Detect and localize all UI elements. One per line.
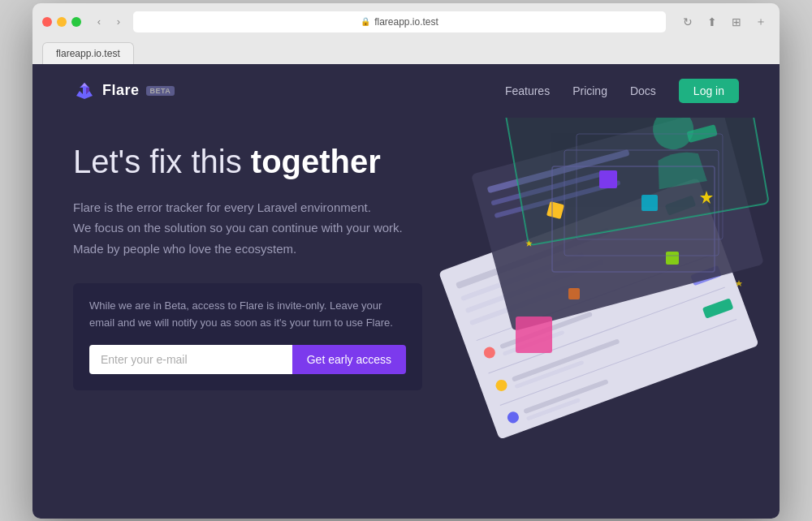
nav-features[interactable]: Features (505, 84, 550, 97)
back-button[interactable]: ‹ (91, 14, 107, 30)
nav-docs[interactable]: Docs (630, 84, 656, 97)
logo-icon (73, 80, 96, 102)
close-button[interactable] (42, 17, 52, 27)
hero-title-bold: together (251, 144, 381, 179)
svg-rect-32 (666, 252, 679, 265)
refresh-button[interactable]: ↻ (679, 13, 697, 31)
tab-title: flareapp.io.test (56, 48, 120, 59)
traffic-lights (42, 17, 81, 27)
hero-section: Let's fix this together Flare is the err… (32, 118, 780, 519)
tab-bar: flareapp.io.test (42, 42, 770, 64)
nav-pricing[interactable]: Pricing (572, 84, 607, 97)
browser-actions: ↻ ⬆ ⊞ ＋ (679, 13, 770, 31)
logo-text: Flare (102, 82, 140, 99)
hero-title-regular: Let's fix this (73, 144, 251, 179)
url-text: flareapp.io.test (374, 16, 438, 28)
hero-title: Let's fix this together (73, 142, 495, 181)
address-bar[interactable]: 🔒 flareapp.io.test (133, 11, 666, 32)
forward-button[interactable]: › (110, 14, 127, 30)
svg-rect-29 (599, 170, 617, 188)
browser-window: ‹ › 🔒 flareapp.io.test ↻ ⬆ ⊞ ＋ flareapp.… (32, 3, 780, 519)
hero-desc-line3: Made by people who love the ecosystem. (73, 242, 296, 256)
share-button[interactable]: ⬆ (703, 13, 721, 31)
nav-links: Features Pricing Docs Log in (505, 79, 739, 103)
hero-desc-line2: We focus on the solution so you can cont… (73, 221, 403, 235)
fullscreen-button[interactable] (71, 17, 81, 27)
svg-rect-33 (568, 288, 580, 299)
svg-rect-31 (641, 195, 658, 211)
site-navigation: Flare BETA Features Pricing Docs Log in (32, 64, 780, 118)
hero-description: Flare is the error tracker for every Lar… (73, 197, 430, 260)
lock-icon: 🔒 (361, 17, 370, 26)
beta-info-box: While we are in Beta, access to Flare is… (73, 283, 422, 390)
website-content: Flare BETA Features Pricing Docs Log in … (32, 64, 780, 519)
logo-badge: BETA (146, 86, 175, 96)
hero-desc-line1: Flare is the error tracker for every Lar… (73, 200, 371, 214)
svg-rect-30 (516, 316, 552, 353)
login-button[interactable]: Log in (679, 79, 739, 103)
email-input[interactable] (89, 345, 292, 374)
email-form: Get early access (89, 345, 406, 374)
hero-content: Let's fix this together Flare is the err… (73, 134, 495, 486)
beta-description: While we are in Beta, access to Flare is… (89, 298, 406, 332)
add-tab-button[interactable]: ＋ (752, 13, 770, 31)
nav-buttons: ‹ › (91, 14, 127, 30)
cta-button[interactable]: Get early access (292, 345, 406, 374)
browser-chrome: ‹ › 🔒 flareapp.io.test ↻ ⬆ ⊞ ＋ flareapp.… (32, 3, 780, 64)
new-window-button[interactable]: ⊞ (728, 13, 745, 31)
logo-area: Flare BETA (73, 80, 175, 102)
active-tab[interactable]: flareapp.io.test (42, 42, 134, 64)
minimize-button[interactable] (57, 17, 67, 27)
